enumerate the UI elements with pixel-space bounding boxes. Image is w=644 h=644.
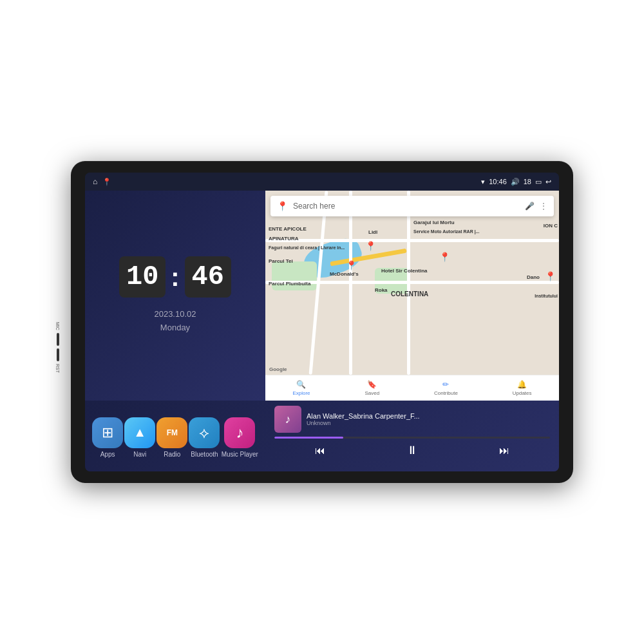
play-pause-button[interactable]: ⏸ — [401, 442, 423, 459]
map-pin-red-3: 📍 — [545, 271, 556, 281]
map-background: APINATURA ENTE APICOLE Faguri natural di… — [265, 191, 559, 401]
explore-label: Explore — [292, 390, 310, 396]
music-player: ♪ Alan Walker_Sabrina Carpenter_F... Unk… — [265, 401, 559, 471]
clock-panel: 10 : 46 2023.10.02 Monday — [85, 191, 265, 401]
search-placeholder-text: Search here — [293, 202, 520, 211]
back-icon[interactable]: ↩ — [545, 178, 551, 186]
window-icon: ▭ — [535, 178, 542, 186]
next-button[interactable]: ⏭ — [494, 444, 515, 458]
music-info-row: ♪ Alan Walker_Sabrina Carpenter_F... Unk… — [274, 406, 550, 433]
music-title: Alan Walker_Sabrina Carpenter_F... — [307, 412, 550, 420]
map-content: APINATURA ENTE APICOLE Faguri natural di… — [265, 191, 559, 375]
map-road-v1 — [349, 191, 352, 375]
prev-button[interactable]: ⏮ — [310, 444, 330, 458]
music-icon-circle: ♪ — [224, 417, 255, 448]
updates-icon: 🔔 — [517, 380, 527, 389]
navi-icon-glyph: ▲ — [133, 425, 146, 440]
saved-icon: 🔖 — [367, 380, 377, 389]
clock-colon: : — [171, 263, 179, 292]
map-road-h1 — [265, 239, 559, 242]
map-label-ion: ION C — [544, 223, 558, 229]
explore-icon: 🔍 — [296, 380, 306, 389]
map-label-roka: Roka — [375, 287, 388, 293]
app-icons-area: ⊞ Apps ▲ Navi FM Radio — [85, 401, 265, 471]
maps-icon[interactable]: 📍 — [102, 178, 111, 186]
app-icon-bluetooth[interactable]: ⟡ Bluetooth — [189, 417, 220, 458]
map-label-faguri: Faguri natural di ceara | Livrare in... — [269, 245, 320, 250]
clock-minutes: 46 — [185, 256, 231, 298]
music-progress-bar[interactable] — [274, 437, 550, 439]
rst-button[interactable] — [57, 348, 59, 361]
status-right-info: ▾ 10:46 🔊 18 ▭ ↩ — [481, 178, 551, 186]
wifi-icon: ▾ — [481, 178, 485, 186]
map-label-garaj: Garajul lui Mortu — [413, 220, 455, 225]
rst-label: RST — [55, 364, 60, 373]
navi-label: Navi — [133, 451, 146, 458]
map-panel[interactable]: APINATURA ENTE APICOLE Faguri natural di… — [265, 191, 559, 401]
contribute-label: Contribute — [434, 390, 458, 396]
contribute-icon: ✏ — [442, 380, 449, 389]
map-pin-blue: 📍 — [346, 260, 357, 270]
apps-icon-glyph: ⊞ — [102, 424, 113, 441]
home-icon[interactable]: ⌂ — [93, 177, 97, 186]
radio-label: Radio — [164, 451, 180, 458]
music-progress-fill — [274, 437, 343, 439]
search-mic-icon[interactable]: 🎤 — [525, 202, 535, 211]
date-value: 2023.10.02 — [154, 308, 196, 321]
clock-display: 10 : 46 — [119, 256, 231, 298]
map-label-colentina: COLENTINA — [391, 290, 428, 298]
map-pin-red-2: 📍 — [439, 252, 450, 262]
music-metadata: Alan Walker_Sabrina Carpenter_F... Unkno… — [307, 412, 550, 426]
map-label-mcdonalds: McDonald's — [330, 271, 359, 277]
map-tabs: 🔍 Explore 🔖 Saved ✏ Contribute 🔔 — [265, 375, 559, 401]
mic-button[interactable] — [57, 333, 59, 346]
radio-icon-circle: FM — [156, 417, 187, 448]
google-logo: Google — [269, 366, 287, 372]
saved-label: Saved — [365, 390, 379, 396]
map-label-service-moto: Service Moto Autorizat RAR |... — [413, 229, 465, 234]
bottom-area: ⊞ Apps ▲ Navi FM Radio — [85, 401, 559, 471]
map-tab-explore[interactable]: 🔍 Explore — [292, 380, 310, 396]
map-label-dano: Dano — [527, 274, 540, 280]
music-controls: ⏮ ⏸ ⏭ — [274, 442, 550, 459]
app-icon-music[interactable]: ♪ Music Player — [222, 417, 258, 458]
map-label-tei: Parcul Tei — [269, 258, 293, 264]
updates-label: Updates — [513, 390, 532, 396]
bluetooth-label: Bluetooth — [191, 451, 218, 458]
screen: ⌂ 📍 ▾ 10:46 🔊 18 ▭ ↩ 10 : 46 — [85, 173, 559, 471]
apps-label: Apps — [100, 451, 115, 458]
radio-icon-glyph: FM — [167, 428, 178, 437]
music-artist: Unknown — [307, 420, 550, 426]
status-bar: ⌂ 📍 ▾ 10:46 🔊 18 ▭ ↩ — [85, 173, 559, 191]
music-label: Music Player — [222, 451, 258, 458]
map-label-hotel: Hotel Sir Colentina — [381, 268, 428, 274]
clock-hours: 10 — [119, 256, 166, 298]
status-left-icons: ⌂ 📍 — [93, 177, 111, 186]
map-label-lidl: Lidl — [368, 229, 377, 235]
bluetooth-icon-glyph: ⟡ — [199, 424, 209, 442]
volume-icon: 🔊 — [511, 178, 520, 186]
search-location-icon: 📍 — [277, 201, 288, 211]
app-icon-apps[interactable]: ⊞ Apps — [92, 417, 123, 458]
map-road-v2 — [407, 191, 410, 375]
mic-label: MIC — [55, 322, 60, 330]
map-tab-updates[interactable]: 🔔 Updates — [513, 380, 532, 396]
map-label-ente: ENTE APICOLE — [269, 226, 307, 232]
map-search-bar[interactable]: 📍 Search here 🎤 ⋮ — [270, 196, 554, 216]
bluetooth-icon-circle: ⟡ — [189, 417, 220, 448]
map-tab-contribute[interactable]: ✏ Contribute — [434, 380, 458, 396]
search-more-icon[interactable]: ⋮ — [540, 202, 547, 211]
main-content: 10 : 46 2023.10.02 Monday — [85, 191, 559, 471]
map-tab-saved[interactable]: 🔖 Saved — [365, 380, 379, 396]
app-icon-navi[interactable]: ▲ Navi — [124, 417, 155, 458]
car-head-unit: MIC RST ⌂ 📍 ▾ 10:46 🔊 18 ▭ ↩ — [71, 161, 573, 483]
music-icon-glyph: ♪ — [236, 424, 243, 442]
map-pin-red-1: 📍 — [365, 241, 376, 251]
map-label-apinatura: APINATURA — [269, 236, 299, 242]
music-thumbnail: ♪ — [274, 406, 301, 433]
apps-icon-circle: ⊞ — [92, 417, 123, 448]
app-icon-radio[interactable]: FM Radio — [156, 417, 187, 458]
music-thumb-icon: ♪ — [285, 413, 291, 426]
status-time: 10:46 — [489, 178, 507, 185]
navi-icon-circle: ▲ — [124, 417, 155, 448]
